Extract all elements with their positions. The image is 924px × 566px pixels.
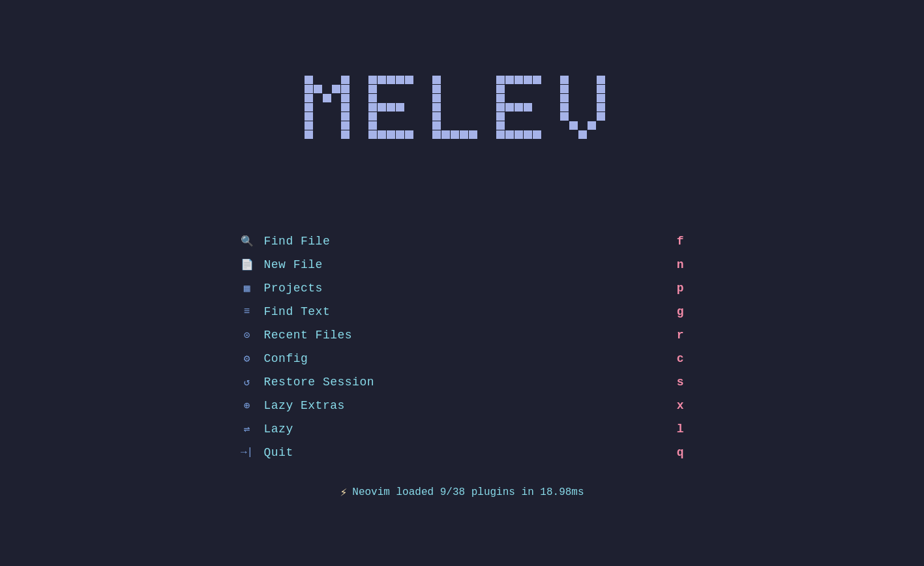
menu-key-new-file: n: [677, 258, 684, 271]
menu-label-recent-files: Recent Files: [264, 329, 353, 342]
menu-key-restore-session: s: [677, 376, 684, 389]
menu-item-new-file[interactable]: 📄New Filen: [241, 253, 684, 276]
status-bar: ⚡ Neovim loaded 9/38 plugins in 18.98ms: [340, 485, 584, 499]
menu-key-config: c: [677, 352, 684, 365]
projects-icon: ▦: [241, 282, 254, 295]
menu-label-find-text: Find Text: [264, 305, 331, 318]
quit-icon: →|: [241, 447, 254, 458]
new-file-icon: 📄: [241, 258, 254, 271]
search-icon: 🔍: [241, 235, 254, 248]
menu-label-lazy: Lazy: [264, 423, 293, 436]
menu-item-quit[interactable]: →|Quitq: [241, 441, 684, 464]
menu-item-projects[interactable]: ▦Projectsp: [241, 276, 684, 300]
lazy-extras-icon: ⊕: [241, 399, 254, 412]
menu-key-recent-files: r: [677, 329, 684, 342]
menu-key-lazy: l: [677, 423, 684, 436]
logo-canvas: [241, 67, 684, 203]
menu-label-find-file: Find File: [264, 235, 331, 248]
menu-label-projects: Projects: [264, 282, 323, 295]
menu-item-find-text[interactable]: ≡Find Textg: [241, 300, 684, 323]
menu-label-quit: Quit: [264, 446, 293, 459]
menu-item-restore-session[interactable]: ↺Restore Sessions: [241, 370, 684, 394]
status-text: Neovim loaded 9/38 plugins in 18.98ms: [352, 486, 584, 498]
menu-item-recent-files[interactable]: ⊙Recent Filesr: [241, 323, 684, 347]
menu-label-new-file: New File: [264, 258, 323, 271]
menu-container: 🔍Find Filef📄New Filen▦Projectsp≡Find Tex…: [241, 230, 684, 464]
menu-key-lazy-extras: x: [677, 399, 684, 412]
menu-key-projects: p: [677, 282, 684, 295]
menu-label-lazy-extras: Lazy Extras: [264, 399, 345, 412]
config-icon: ⚙: [241, 352, 254, 365]
restore-icon: ↺: [241, 376, 254, 389]
menu-label-restore-session: Restore Session: [264, 376, 375, 389]
menu-item-config[interactable]: ⚙Configc: [241, 347, 684, 370]
menu-item-lazy-extras[interactable]: ⊕Lazy Extrasx: [241, 394, 684, 417]
menu-label-config: Config: [264, 352, 308, 365]
menu-key-quit: q: [677, 446, 684, 459]
lazy-icon: ⇌: [241, 423, 254, 436]
menu-item-lazy[interactable]: ⇌Lazyl: [241, 417, 684, 441]
menu-key-find-file: f: [677, 235, 684, 248]
recent-files-icon: ⊙: [241, 329, 254, 342]
find-text-icon: ≡: [241, 306, 254, 318]
bolt-icon: ⚡: [340, 485, 347, 499]
menu-item-find-file[interactable]: 🔍Find Filef: [241, 230, 684, 253]
logo-container: [241, 67, 684, 203]
menu-key-find-text: g: [677, 305, 684, 318]
